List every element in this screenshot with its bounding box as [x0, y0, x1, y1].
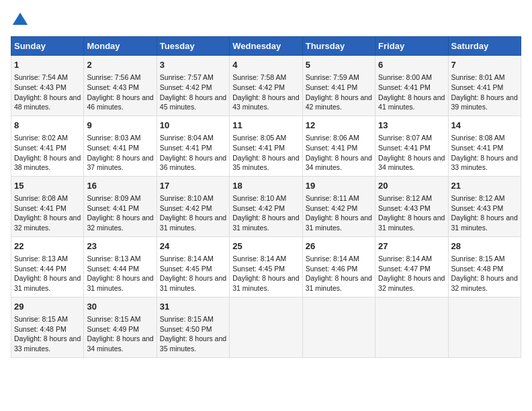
sunrise: Sunrise: 8:05 AM: [232, 134, 286, 142]
day-cell: 6Sunrise: 8:00 AMSunset: 4:41 PMDaylight…: [375, 56, 448, 116]
sunrise: Sunrise: 8:10 AM: [232, 194, 286, 202]
sunset: Sunset: 4:48 PM: [451, 265, 504, 273]
daylight: Daylight: 8 hours and 37 minutes.: [87, 154, 153, 172]
column-header-friday: Friday: [375, 37, 448, 56]
daylight: Daylight: 8 hours and 48 minutes.: [14, 93, 81, 111]
day-number: 29: [14, 301, 81, 313]
sunset: Sunset: 4:41 PM: [14, 144, 66, 152]
sunrise: Sunrise: 8:02 AM: [14, 134, 68, 142]
daylight: Daylight: 8 hours and 31 minutes.: [378, 214, 445, 232]
sunrise: Sunrise: 8:14 AM: [306, 255, 359, 263]
day-cell: 21Sunrise: 8:12 AMSunset: 4:43 PMDayligh…: [448, 176, 521, 236]
day-number: 17: [160, 180, 226, 192]
sunset: Sunset: 4:44 PM: [14, 265, 66, 273]
day-cell: 7Sunrise: 8:01 AMSunset: 4:41 PMDaylight…: [448, 56, 521, 116]
daylight: Daylight: 8 hours and 32 minutes.: [378, 274, 445, 292]
sunrise: Sunrise: 8:08 AM: [451, 134, 505, 142]
sunset: Sunset: 4:41 PM: [160, 144, 212, 152]
sunrise: Sunrise: 8:12 AM: [451, 194, 505, 202]
sunset: Sunset: 4:41 PM: [87, 144, 139, 152]
column-header-tuesday: Tuesday: [157, 37, 229, 56]
week-row-2: 8Sunrise: 8:02 AMSunset: 4:41 PMDaylight…: [11, 116, 521, 176]
sunrise: Sunrise: 8:15 AM: [87, 315, 140, 323]
day-cell: [302, 297, 375, 357]
daylight: Daylight: 8 hours and 32 minutes.: [14, 214, 81, 232]
sunrise: Sunrise: 8:01 AM: [451, 73, 505, 81]
daylight: Daylight: 8 hours and 31 minutes.: [14, 274, 81, 292]
day-cell: 31Sunrise: 8:15 AMSunset: 4:50 PMDayligh…: [157, 297, 229, 357]
daylight: Daylight: 8 hours and 31 minutes.: [232, 274, 299, 292]
sunrise: Sunrise: 8:14 AM: [232, 255, 286, 263]
day-number: 5: [306, 59, 372, 71]
sunrise: Sunrise: 8:03 AM: [87, 134, 140, 142]
day-number: 30: [87, 301, 153, 313]
day-cell: [230, 297, 302, 357]
day-cell: 19Sunrise: 8:11 AMSunset: 4:42 PMDayligh…: [302, 176, 375, 236]
daylight: Daylight: 8 hours and 33 minutes.: [451, 154, 518, 172]
sunset: Sunset: 4:44 PM: [87, 265, 139, 273]
daylight: Daylight: 8 hours and 35 minutes.: [160, 334, 226, 353]
day-number: 19: [306, 180, 372, 192]
day-number: 26: [306, 240, 372, 253]
day-number: 25: [232, 240, 299, 253]
day-number: 28: [451, 240, 518, 253]
sunset: Sunset: 4:42 PM: [306, 204, 358, 212]
day-cell: 30Sunrise: 8:15 AMSunset: 4:49 PMDayligh…: [84, 297, 157, 357]
daylight: Daylight: 8 hours and 35 minutes.: [232, 154, 299, 172]
day-cell: [448, 297, 521, 357]
day-number: 20: [378, 180, 445, 192]
sunset: Sunset: 4:50 PM: [160, 325, 212, 333]
column-header-saturday: Saturday: [448, 37, 521, 56]
day-cell: 3Sunrise: 7:57 AMSunset: 4:42 PMDaylight…: [157, 56, 229, 116]
daylight: Daylight: 8 hours and 31 minutes.: [87, 274, 153, 292]
day-number: 27: [378, 240, 445, 253]
header: [11, 11, 521, 30]
day-number: 21: [451, 180, 518, 192]
sunrise: Sunrise: 8:08 AM: [14, 194, 68, 202]
daylight: Daylight: 8 hours and 33 minutes.: [14, 334, 81, 353]
day-cell: 5Sunrise: 7:59 AMSunset: 4:41 PMDaylight…: [302, 56, 375, 116]
day-cell: 12Sunrise: 8:06 AMSunset: 4:41 PMDayligh…: [302, 116, 375, 176]
sunrise: Sunrise: 8:15 AM: [14, 315, 68, 323]
daylight: Daylight: 8 hours and 34 minutes.: [378, 154, 445, 172]
day-number: 16: [87, 180, 153, 192]
daylight: Daylight: 8 hours and 42 minutes.: [306, 93, 372, 111]
sunrise: Sunrise: 7:56 AM: [87, 73, 140, 81]
week-row-3: 15Sunrise: 8:08 AMSunset: 4:41 PMDayligh…: [11, 176, 521, 236]
sunset: Sunset: 4:41 PM: [451, 83, 504, 91]
week-row-5: 29Sunrise: 8:15 AMSunset: 4:48 PMDayligh…: [11, 297, 521, 357]
day-number: 3: [160, 59, 226, 71]
sunset: Sunset: 4:45 PM: [232, 265, 285, 273]
day-number: 4: [232, 59, 299, 71]
sunset: Sunset: 4:42 PM: [160, 83, 212, 91]
daylight: Daylight: 8 hours and 31 minutes.: [306, 214, 372, 232]
daylight: Daylight: 8 hours and 34 minutes.: [87, 334, 153, 353]
day-cell: 18Sunrise: 8:10 AMSunset: 4:42 PMDayligh…: [230, 176, 302, 236]
daylight: Daylight: 8 hours and 41 minutes.: [378, 93, 445, 111]
sunset: Sunset: 4:41 PM: [232, 144, 285, 152]
sunset: Sunset: 4:42 PM: [232, 83, 285, 91]
sunset: Sunset: 4:41 PM: [306, 144, 358, 152]
sunset: Sunset: 4:41 PM: [378, 144, 431, 152]
day-cell: [375, 297, 448, 357]
sunset: Sunset: 4:45 PM: [160, 265, 212, 273]
daylight: Daylight: 8 hours and 45 minutes.: [160, 93, 226, 111]
sunrise: Sunrise: 7:57 AM: [160, 73, 214, 81]
day-cell: 13Sunrise: 8:07 AMSunset: 4:41 PMDayligh…: [375, 116, 448, 176]
sunset: Sunset: 4:43 PM: [378, 204, 431, 212]
day-cell: 29Sunrise: 8:15 AMSunset: 4:48 PMDayligh…: [11, 297, 84, 357]
day-cell: 4Sunrise: 7:58 AMSunset: 4:42 PMDaylight…: [230, 56, 302, 116]
day-number: 10: [160, 120, 226, 132]
day-cell: 23Sunrise: 8:13 AMSunset: 4:44 PMDayligh…: [84, 236, 157, 297]
day-number: 13: [378, 120, 445, 132]
daylight: Daylight: 8 hours and 31 minutes.: [451, 214, 518, 232]
day-number: 6: [378, 59, 445, 71]
week-row-1: 1Sunrise: 7:54 AMSunset: 4:43 PMDaylight…: [11, 56, 521, 116]
sunrise: Sunrise: 8:04 AM: [160, 134, 214, 142]
day-number: 15: [14, 180, 81, 192]
sunrise: Sunrise: 8:11 AM: [306, 194, 359, 202]
column-header-wednesday: Wednesday: [230, 37, 302, 56]
day-cell: 9Sunrise: 8:03 AMSunset: 4:41 PMDaylight…: [84, 116, 157, 176]
daylight: Daylight: 8 hours and 34 minutes.: [306, 154, 372, 172]
daylight: Daylight: 8 hours and 32 minutes.: [87, 214, 153, 232]
